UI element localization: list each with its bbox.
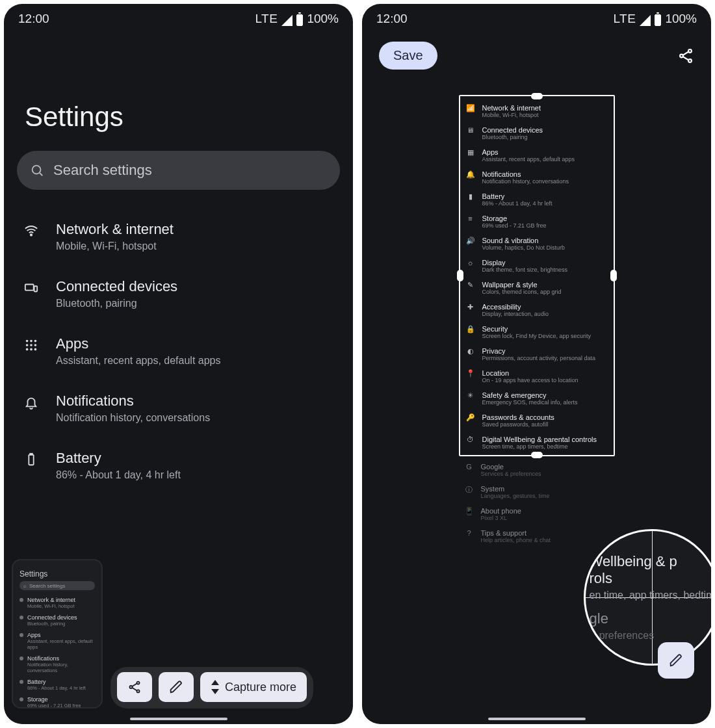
settings-item-apps[interactable]: Apps Assistant, recent apps, default app… (18, 322, 339, 380)
item-title: Notifications (56, 393, 210, 410)
thumb-title: Settings (20, 569, 95, 578)
share-button[interactable] (677, 47, 694, 64)
mini-subtitle: Display, interaction, audio (482, 311, 549, 317)
crop-handle-right[interactable] (610, 270, 617, 281)
below-crop-region: G Google Services & preferencesⓘ System … (459, 456, 615, 550)
mini-subtitle: 86% - About 1 day, 4 hr left (482, 200, 552, 207)
dot-icon (20, 656, 23, 660)
thumb-row-title: Storage (27, 696, 81, 703)
svg-point-23 (688, 59, 692, 62)
mini-subtitle: Services & preferences (481, 471, 541, 477)
mini-row: 🔔 Notifications Notification history, co… (462, 166, 612, 188)
mini-row: ✚ Accessibility Display, interaction, au… (462, 299, 612, 321)
wifi-icon (22, 224, 40, 238)
mini-row: ▦ Apps Assistant, recent apps, default a… (462, 144, 612, 166)
loupe-line-1b: rols (590, 570, 711, 587)
mini-subtitle: Pixel 3 XL (481, 515, 521, 521)
svg-line-1 (40, 173, 42, 176)
mini-row: 🔒 Security Screen lock, Find My Device, … (462, 321, 612, 343)
search-settings[interactable]: Search settings (17, 151, 340, 190)
mini-title: Battery (482, 192, 552, 200)
gesture-bar[interactable] (130, 718, 228, 720)
mini-subtitle: Help articles, phone & chat (481, 537, 551, 543)
save-button[interactable]: Save (379, 42, 437, 70)
svg-point-22 (680, 54, 683, 57)
search-icon (30, 163, 44, 177)
battery-icon (296, 14, 303, 26)
mini-title: Network & internet (482, 104, 541, 112)
mini-subtitle: 69% used - 7.21 GB free (482, 222, 547, 229)
mini-subtitle: Notification history, conversations (482, 178, 569, 185)
magnifier-content: Wellbeing & p rols en time, app timers, … (590, 553, 711, 642)
phone-settings: 12:00 LTE 100% Settings Search settings … (4, 4, 353, 724)
mini-row: ? Tips & support Help articles, phone & … (460, 525, 614, 547)
capture-canvas: 📶 Network & internet Mobile, Wi-Fi, hots… (459, 95, 615, 550)
svg-point-0 (32, 166, 41, 174)
mini-row: 🔑 Passwords & accounts Saved passwords, … (462, 410, 612, 432)
crop-handle-bottom[interactable] (531, 452, 543, 458)
settings-item-battery[interactable]: Battery 86% - About 1 day, 4 hr left (18, 437, 339, 494)
item-title: Connected devices (56, 278, 177, 295)
svg-point-2 (31, 234, 32, 235)
edit-fab[interactable] (658, 642, 694, 679)
mini-icon: ✎ (465, 281, 476, 295)
svg-point-9 (30, 344, 32, 346)
crop-region[interactable]: 📶 Network & internet Mobile, Wi-Fi, hots… (459, 95, 615, 456)
mini-icon: 🔔 (465, 170, 476, 185)
mini-row: 🔊 Sound & vibration Volume, haptics, Do … (462, 233, 612, 255)
mini-row: ☼ Display Dark theme, font size, brightn… (462, 255, 612, 277)
thumb-search-text: Search settings (29, 583, 65, 589)
mini-title: Safety & emergency (482, 391, 578, 399)
settings-item-connected-devices[interactable]: Connected devices Bluetooth, pairing (18, 265, 339, 322)
svg-point-16 (136, 682, 139, 684)
mini-icon: 🔑 (465, 413, 476, 428)
item-subtitle: 86% - About 1 day, 4 hr left (56, 469, 181, 481)
mini-icon: 🖥 (465, 126, 476, 140)
gesture-bar[interactable] (488, 718, 586, 720)
svg-point-18 (136, 690, 139, 692)
svg-point-21 (688, 49, 692, 53)
crop-handle-top[interactable] (531, 93, 543, 99)
battery-icon (655, 14, 661, 26)
thumb-row-title: Battery (27, 679, 86, 685)
mini-icon: ⓘ (464, 485, 474, 499)
mini-icon: ◐ (465, 347, 476, 361)
item-title: Apps (56, 335, 220, 352)
crop-handle-left[interactable] (457, 270, 463, 281)
capture-more-button[interactable]: Capture more (200, 672, 307, 702)
mini-subtitle: Dark theme, font size, brightness (482, 266, 568, 273)
signal-icon (640, 15, 651, 26)
svg-point-6 (30, 340, 32, 343)
status-bar: 12:00 LTE 100% (4, 4, 353, 30)
mini-title: Accessibility (482, 303, 549, 311)
mini-subtitle: Bluetooth, pairing (482, 134, 543, 140)
dot-icon (20, 598, 23, 602)
svg-line-19 (132, 684, 136, 687)
thumb-row-subtitle: 69% used - 7.21 GB free (27, 703, 81, 708)
mini-icon: G (464, 463, 474, 477)
settings-item-network[interactable]: Network & internet Mobile, Wi-Fi, hotspo… (18, 208, 339, 265)
status-time: 12:00 (376, 12, 408, 26)
svg-point-7 (34, 340, 37, 343)
settings-item-notifications[interactable]: Notifications Notification history, conv… (18, 380, 339, 437)
editor-top-bar: Save (362, 30, 711, 70)
thumb-row-subtitle: 86% - About 1 day, 4 hr left (27, 685, 86, 691)
thumb-row-title: Network & internet (27, 597, 75, 603)
mini-title: Apps (482, 148, 575, 156)
screenshot-pill-row: Capture more (110, 667, 313, 708)
status-network-label: LTE (613, 12, 636, 26)
svg-rect-4 (34, 286, 38, 291)
edit-button[interactable] (159, 672, 194, 702)
mini-subtitle: Screen time, app timers, bedtime (482, 443, 597, 450)
mini-subtitle: Assistant, recent apps, default apps (482, 156, 575, 162)
thumb-row-title: Connected devices (27, 614, 77, 621)
share-button[interactable] (117, 672, 152, 702)
thumb-row-title: Notifications (27, 655, 95, 662)
svg-rect-14 (29, 455, 33, 465)
screenshot-thumbnail[interactable]: Settings ⌕ Search settings Network & int… (12, 559, 103, 708)
thumb-row-subtitle: Bluetooth, pairing (27, 621, 77, 627)
phone-scroll-capture: 12:00 LTE 100% Save 📶 Network & internet (362, 4, 711, 724)
mini-title: Digital Wellbeing & parental controls (482, 436, 597, 443)
mini-title: Wallpaper & style (482, 281, 562, 289)
mini-row: ⓘ System Languages, gestures, time (460, 481, 614, 503)
